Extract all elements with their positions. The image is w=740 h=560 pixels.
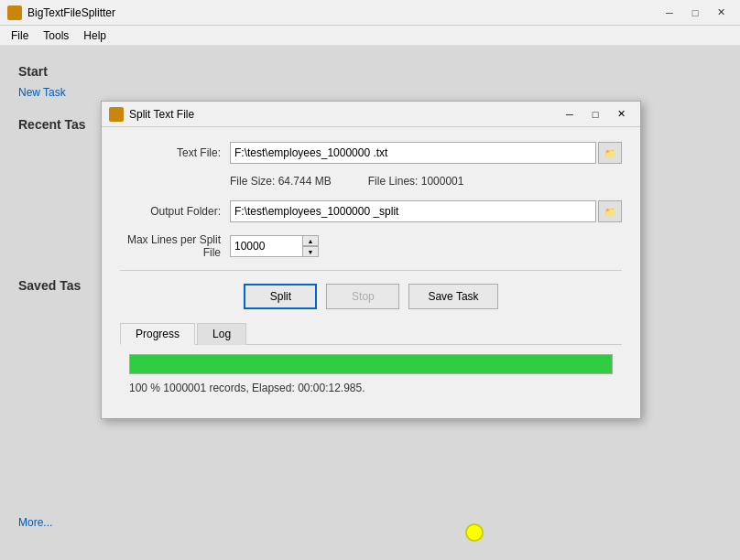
progress-area: 100 % 1000001 records, Elapsed: 00:00:12… — [120, 345, 622, 404]
folder-icon: 📁 — [604, 148, 615, 158]
spinner-up-button[interactable]: ▲ — [302, 235, 319, 246]
output-folder-row: Output Folder: 📁 — [120, 200, 622, 222]
window-controls: ─ □ ✕ — [658, 4, 733, 22]
log-tab[interactable]: Log — [197, 323, 246, 345]
dialog-maximize-button[interactable]: □ — [583, 105, 607, 124]
output-folder-browse-button[interactable]: 📁 — [598, 200, 622, 222]
save-task-button[interactable]: Save Task — [408, 284, 497, 309]
dialog-body: Text File: 📁 File Size: 64.744 MB File L… — [102, 127, 640, 418]
max-lines-row: Max Lines per Split File ▲ ▼ — [120, 233, 622, 259]
main-content: Start New Task Recent Tas Saved Tas More… — [0, 46, 740, 560]
dialog-window-controls: ─ □ ✕ — [558, 105, 633, 124]
progress-tab[interactable]: Progress — [120, 323, 195, 345]
text-file-input[interactable] — [230, 142, 596, 164]
dialog-close-button[interactable]: ✕ — [609, 105, 633, 124]
file-size-text: File Size: 64.744 MB — [230, 175, 332, 188]
file-lines-text: File Lines: 1000001 — [368, 175, 464, 188]
max-lines-label: Max Lines per Split File — [120, 233, 230, 259]
cursor-indicator — [465, 523, 484, 542]
app-icon — [7, 5, 22, 20]
split-text-file-dialog: Split Text File ─ □ ✕ Text File: 📁 File … — [101, 101, 641, 419]
menu-tools[interactable]: Tools — [36, 27, 76, 44]
dialog-icon — [109, 107, 124, 122]
menu-help[interactable]: Help — [76, 27, 114, 44]
text-file-browse-button[interactable]: 📁 — [598, 142, 622, 164]
menu-bar: File Tools Help — [0, 26, 740, 46]
maximize-button[interactable]: □ — [683, 4, 707, 22]
menu-file[interactable]: File — [4, 27, 36, 44]
text-file-label: Text File: — [120, 146, 230, 159]
app-title: BigTextFileSplitter — [27, 6, 658, 19]
max-lines-input[interactable] — [230, 235, 303, 257]
title-bar: BigTextFileSplitter ─ □ ✕ — [0, 0, 740, 26]
progress-bar-container — [129, 354, 613, 374]
folder-icon-2: 📁 — [604, 207, 615, 217]
output-folder-label: Output Folder: — [120, 205, 230, 218]
dialog-tabs: Progress Log — [120, 322, 622, 345]
file-info: File Size: 64.744 MB File Lines: 1000001 — [230, 175, 622, 188]
split-button[interactable]: Split — [244, 284, 317, 309]
dialog-minimize-button[interactable]: ─ — [558, 105, 582, 124]
minimize-button[interactable]: ─ — [658, 4, 681, 22]
action-buttons-row: Split Stop Save Task — [120, 284, 622, 309]
max-lines-spinner: ▲ ▼ — [230, 235, 319, 257]
spinner-buttons: ▲ ▼ — [302, 235, 319, 257]
text-file-row: Text File: 📁 — [120, 142, 622, 164]
spinner-down-button[interactable]: ▼ — [302, 246, 319, 257]
stop-button[interactable]: Stop — [326, 284, 399, 309]
progress-bar-fill — [130, 355, 612, 373]
dialog-title-bar: Split Text File ─ □ ✕ — [102, 102, 640, 127]
progress-text: 100 % 1000001 records, Elapsed: 00:00:12… — [129, 382, 613, 394]
close-button[interactable]: ✕ — [709, 4, 733, 22]
dialog-divider — [120, 270, 622, 271]
dialog-title: Split Text File — [129, 108, 558, 121]
output-folder-input[interactable] — [230, 200, 596, 222]
